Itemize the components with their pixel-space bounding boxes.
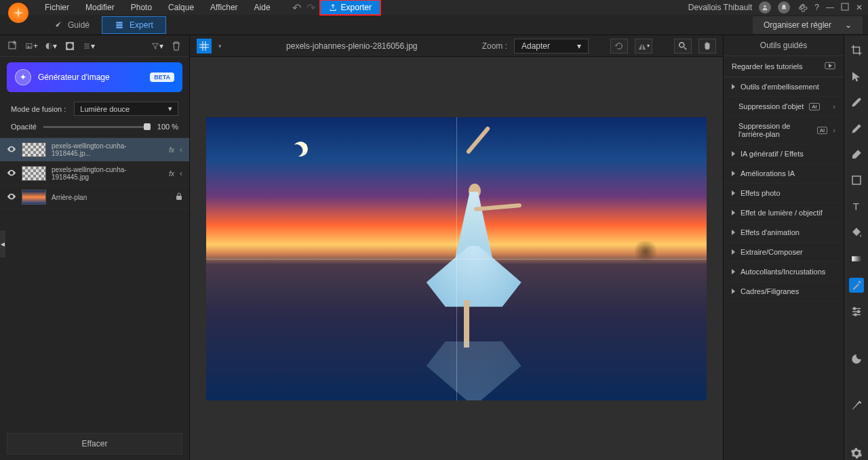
center-panel: ▾ pexels-johannes-plenio-2816056.jpg Zoo… [190, 35, 723, 460]
menu-layer[interactable]: Calque [160, 0, 202, 15]
menu-display[interactable]: Afficher [202, 0, 245, 15]
opacity-row: Opacité 100 % [0, 120, 189, 138]
clear-button[interactable]: Effacer [7, 433, 182, 455]
triangle-icon [732, 249, 735, 255]
filter-icon[interactable]: ▾ [151, 40, 163, 52]
triangle-icon [732, 289, 735, 294]
notification-icon[interactable] [778, 1, 790, 14]
guided-section-row[interactable]: Cadres/Filigranes [724, 282, 844, 301]
canvas-area [190, 57, 723, 460]
opacity-value: 100 % [157, 123, 178, 131]
image-generator-button[interactable]: ✦ Générateur d'image BETA [7, 62, 182, 92]
mode-tab-guided[interactable]: Guidé [41, 17, 102, 33]
sliders-tool-icon[interactable] [849, 305, 864, 318]
external-link-icon [825, 62, 835, 71]
rotate-icon[interactable] [610, 39, 628, 54]
visibility-eye-icon[interactable] [7, 144, 16, 156]
svg-point-0 [764, 5, 766, 7]
close-icon[interactable]: ✕ [856, 3, 863, 12]
crop-tool-icon[interactable] [849, 43, 864, 57]
text-tool-icon[interactable]: T [849, 200, 864, 213]
maximize-icon[interactable] [841, 3, 849, 13]
guided-section-row[interactable]: Suppression de l'arrière-plan AI › [724, 117, 844, 144]
section-label: Extraire/Composer [741, 248, 803, 256]
export-button[interactable]: Exporter [319, 0, 381, 16]
visibility-eye-icon[interactable] [7, 168, 16, 180]
blend-mode-select[interactable]: Lumière douce ▾ [74, 102, 178, 116]
gear-tool-icon[interactable] [849, 446, 864, 459]
section-label: Effets photo [741, 189, 781, 197]
menu-photo[interactable]: Photo [123, 0, 160, 15]
layer-row[interactable]: Arrière-plan [0, 186, 189, 209]
fill-tool-icon[interactable] [849, 226, 864, 239]
top-menu-bar: Fichier Modifier Photo Calque Afficher A… [0, 0, 868, 15]
trash-icon[interactable] [170, 40, 182, 52]
guided-section-row[interactable]: Extraire/Composer [724, 243, 844, 262]
mask-icon[interactable] [64, 40, 76, 52]
pen-tool-icon[interactable] [849, 121, 864, 135]
circle-half-icon[interactable]: ▾ [45, 40, 57, 52]
layer-row[interactable]: pexels-wellington-cunha-1918445.jpg fx ‹ [0, 162, 189, 186]
guided-section-row[interactable]: Suppression d'objet AI › [724, 97, 844, 117]
pointer-tool-icon[interactable] [849, 69, 864, 83]
mode-tab-expert[interactable]: Expert [102, 16, 166, 34]
layer-row[interactable]: pexels-wellington-cunha-1918445.jp... fx… [0, 138, 189, 162]
blend-mode-row: Mode de fusion : Lumière douce ▾ [0, 98, 189, 120]
flip-icon[interactable]: ▾ [635, 39, 652, 54]
eraser-tool-icon[interactable] [849, 148, 864, 161]
tutorial-link[interactable]: Regarder les tutoriels [724, 56, 844, 77]
layer-name-label: pexels-wellington-cunha-1918445.jp... [52, 142, 163, 157]
svg-rect-2 [116, 22, 122, 23]
menu-help[interactable]: Aide [246, 0, 279, 15]
svg-point-10 [67, 43, 73, 49]
zoom-select[interactable]: Adapter ▾ [514, 39, 589, 54]
guided-section-row[interactable]: Autocollants/Incrustations [724, 262, 844, 282]
guided-section-row[interactable]: Effets photo [724, 184, 844, 203]
hand-icon[interactable] [698, 39, 716, 54]
redo-icon[interactable]: ↷ [307, 1, 315, 14]
guided-section-row[interactable]: IA génératif / Effets [724, 144, 844, 164]
left-panel: + ▾ ▾ ▾ ✦ Générateur d'image BETA Mode d… [0, 35, 190, 460]
guided-section-row[interactable]: Outils d'embellissement [724, 77, 844, 97]
chevron-left-icon[interactable]: ‹ [180, 169, 182, 178]
guided-section-row[interactable]: Améliorations IA [724, 164, 844, 184]
guided-section-row[interactable]: Effet de lumière / objectif [724, 203, 844, 223]
visibility-eye-icon[interactable] [7, 192, 16, 203]
gear-icon[interactable] [797, 1, 808, 14]
help-icon[interactable]: ? [814, 3, 819, 12]
moon-tool-icon[interactable] [849, 352, 864, 366]
guided-section-row[interactable]: Effets d'animation [724, 223, 844, 243]
svg-text:T: T [852, 201, 859, 212]
menu-edit[interactable]: Modifier [77, 0, 123, 15]
add-image-icon[interactable]: + [26, 40, 38, 52]
add-layer-icon[interactable] [7, 40, 19, 52]
vertical-guide [456, 117, 457, 400]
section-label: Suppression d'objet [738, 102, 804, 110]
collapse-left-handle[interactable]: ◂ [0, 230, 5, 257]
magnify-icon[interactable] [674, 39, 692, 54]
canvas[interactable] [206, 117, 707, 400]
filename-label: pexels-johannes-plenio-2816056.jpg [229, 41, 475, 51]
grid-dropdown-icon[interactable]: ▾ [218, 43, 222, 49]
fx-badge: fx [169, 170, 174, 177]
blend-mode-label: Mode de fusion : [11, 105, 66, 113]
grid-icon[interactable] [197, 39, 212, 54]
organize-button[interactable]: Organiser et régler ⌄ [753, 16, 863, 34]
opacity-label: Opacité [11, 123, 37, 131]
menu-file[interactable]: Fichier [37, 0, 77, 15]
undo-icon[interactable]: ↶ [292, 1, 301, 14]
gradient-tool-icon[interactable] [849, 252, 864, 266]
opacity-slider[interactable] [43, 126, 151, 128]
brush-tool-icon[interactable] [849, 96, 864, 109]
eyedropper-tool-icon[interactable] [849, 399, 864, 413]
user-avatar-icon[interactable] [759, 1, 771, 14]
magic-tool-icon[interactable] [849, 278, 864, 293]
list-icon[interactable]: ▾ [83, 40, 95, 52]
triangle-icon [732, 230, 735, 235]
chevron-left-icon[interactable]: ‹ [180, 145, 182, 154]
dancer-reflection [427, 267, 528, 400]
beta-badge: BETA [150, 72, 174, 82]
shape-tool-icon[interactable] [849, 173, 864, 187]
mode-bar: Guidé Expert Organiser et régler ⌄ [0, 15, 868, 35]
minimize-icon[interactable]: — [826, 3, 834, 12]
